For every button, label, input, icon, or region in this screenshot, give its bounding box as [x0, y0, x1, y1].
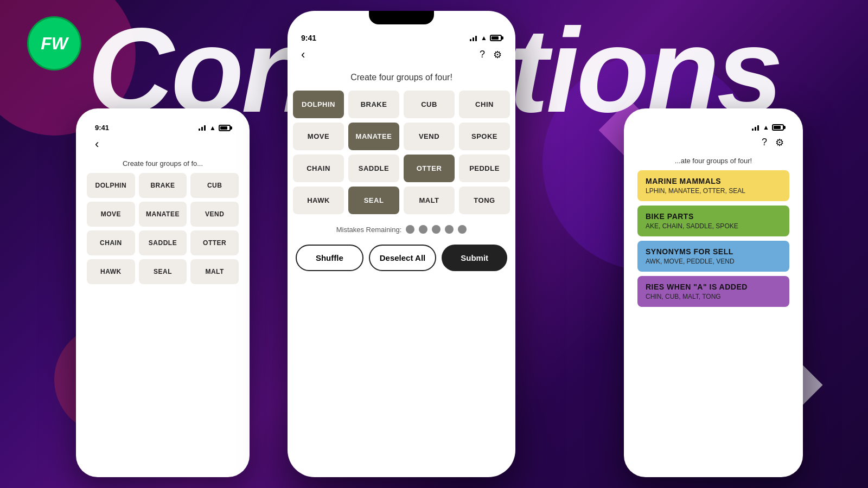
back-arrow-center[interactable]: ‹	[301, 48, 305, 62]
result-card-ries: RIES WHEN "A" IS ADDED CHIN, CUB, MALT, …	[637, 276, 789, 307]
tile-left-7[interactable]: SADDLE	[139, 230, 187, 255]
action-buttons: Shuffle Deselect All Submit	[288, 245, 515, 271]
result-card-sell: SYNONYMS FOR SELL AWK, MOVE, PEDDLE, VEN…	[637, 241, 789, 272]
result-words-marine: LPHIN, MANATEE, OTTER, SEAL	[646, 187, 781, 195]
submit-button[interactable]: Submit	[442, 245, 507, 271]
settings-icon[interactable]: ⚙	[493, 49, 502, 61]
deselect-button[interactable]: Deselect All	[369, 245, 437, 271]
signal-icon-left	[199, 125, 207, 131]
status-icons-center: ▲	[470, 34, 502, 42]
result-title-sell: SYNONYMS FOR SELL	[646, 247, 781, 256]
battery-icon-right	[772, 124, 784, 131]
shuffle-button[interactable]: Shuffle	[296, 245, 363, 271]
settings-icon-right[interactable]: ⚙	[775, 137, 784, 149]
tile-left-9[interactable]: HAWK	[87, 259, 135, 284]
tile-center-spoke[interactable]: SPOKE	[459, 123, 510, 150]
result-card-marine: MARINE MAMMALS LPHIN, MANATEE, OTTER, SE…	[637, 170, 789, 201]
status-bar-left: 9:41 ▲	[84, 119, 241, 134]
fw-logo: FW	[27, 16, 81, 70]
header-icons-center: ? ⚙	[480, 49, 502, 61]
signal-icon-center	[470, 35, 478, 41]
result-title-marine: MARINE MAMMALS	[646, 177, 781, 185]
result-title-bike: BIKE PARTS	[646, 212, 781, 221]
game-subtitle-left: Create four groups of fo...	[84, 159, 241, 168]
tile-center-tong[interactable]: TONG	[459, 187, 510, 214]
help-icon[interactable]: ?	[480, 49, 485, 61]
wifi-icon-center: ▲	[481, 34, 487, 42]
phone-header-center: ‹ ? ⚙	[288, 45, 515, 67]
time-center: 9:41	[301, 34, 316, 42]
word-grid-left: DOLPHIN BRAKE CUB MOVE MANATEE VEND CHAI…	[84, 173, 241, 284]
time-left: 9:41	[95, 124, 109, 132]
tile-left-1[interactable]: BRAKE	[139, 173, 187, 198]
status-icons-right: ▲	[752, 124, 784, 131]
result-title-ries: RIES WHEN "A" IS ADDED	[646, 282, 781, 291]
phone-header-left: ‹	[84, 134, 241, 157]
tile-left-0[interactable]: DOLPHIN	[87, 173, 135, 198]
signal-icon-right	[752, 125, 760, 131]
tile-center-move[interactable]: MOVE	[293, 123, 344, 150]
status-bar-center: 9:41 ▲	[288, 27, 515, 45]
result-card-bike: BIKE PARTS AKE, CHAIN, SADDLE, SPOKE	[637, 206, 789, 236]
back-arrow-left[interactable]: ‹	[95, 137, 99, 151]
result-words-bike: AKE, CHAIN, SADDLE, SPOKE	[646, 222, 781, 230]
mistake-dot-1	[406, 225, 414, 234]
tile-left-10[interactable]: SEAL	[139, 259, 187, 284]
fw-logo-text: FW	[41, 34, 68, 54]
mistake-dot-5	[458, 225, 467, 234]
word-grid-center: DOLPHIN BRAKE CUB CHIN MOVE MANATEE VEND…	[288, 91, 515, 214]
tile-center-dolphin[interactable]: DOLPHIN	[293, 91, 344, 118]
wifi-icon-left: ▲	[209, 124, 216, 132]
tile-left-2[interactable]: CUB	[190, 173, 239, 198]
phone-notch	[369, 11, 434, 24]
mistakes-label: Mistakes Remaining:	[336, 226, 402, 234]
help-icon-right[interactable]: ?	[762, 137, 767, 149]
phone-left: 9:41 ▲ ‹ Create four groups of fo... DOL…	[76, 108, 250, 477]
mistakes-remaining: Mistakes Remaining:	[288, 225, 515, 234]
wifi-icon-right: ▲	[763, 124, 769, 131]
game-subtitle-right: ...ate four groups of four!	[632, 157, 795, 165]
phone-center: 9:41 ▲ ‹ ? ⚙ Create four groups of four!…	[288, 11, 515, 477]
tile-center-cub[interactable]: CUB	[404, 91, 455, 118]
tile-center-vend[interactable]: VEND	[404, 123, 455, 150]
game-subtitle-center: Create four groups of four!	[288, 73, 515, 82]
tile-center-hawk[interactable]: HAWK	[293, 187, 344, 214]
tile-left-4[interactable]: MANATEE	[139, 202, 187, 227]
mistake-dot-4	[445, 225, 454, 234]
tile-center-manatee[interactable]: MANATEE	[348, 123, 399, 150]
battery-icon-left	[219, 125, 231, 131]
tile-center-chin[interactable]: CHIN	[459, 91, 510, 118]
tile-center-seal[interactable]: SEAL	[348, 187, 399, 214]
tile-center-saddle[interactable]: SADDLE	[348, 155, 399, 182]
battery-icon-center	[490, 35, 502, 41]
tile-center-peddle[interactable]: PEDDLE	[459, 155, 510, 182]
tile-left-3[interactable]: MOVE	[87, 202, 135, 227]
tile-center-malt[interactable]: MALT	[404, 187, 455, 214]
tile-center-chain[interactable]: CHAIN	[293, 155, 344, 182]
tile-left-8[interactable]: OTTER	[190, 230, 239, 255]
header-icons-right: ? ⚙	[762, 137, 784, 149]
result-words-ries: CHIN, CUB, MALT, TONG	[646, 293, 781, 300]
mistake-dot-2	[419, 225, 427, 234]
status-bar-right: ▲	[632, 119, 795, 134]
status-icons-left: ▲	[199, 124, 231, 132]
mistake-dot-3	[432, 225, 441, 234]
tile-left-11[interactable]: MALT	[190, 259, 239, 284]
phone-header-right: ? ⚙	[632, 134, 795, 154]
tile-left-6[interactable]: CHAIN	[87, 230, 135, 255]
phone-right: ▲ ? ⚙ ...ate four groups of four! MARINE…	[624, 108, 803, 477]
tile-center-brake[interactable]: BRAKE	[348, 91, 399, 118]
tile-left-5[interactable]: VEND	[190, 202, 239, 227]
tile-center-otter[interactable]: OTTER	[404, 155, 455, 182]
result-words-sell: AWK, MOVE, PEDDLE, VEND	[646, 258, 781, 265]
